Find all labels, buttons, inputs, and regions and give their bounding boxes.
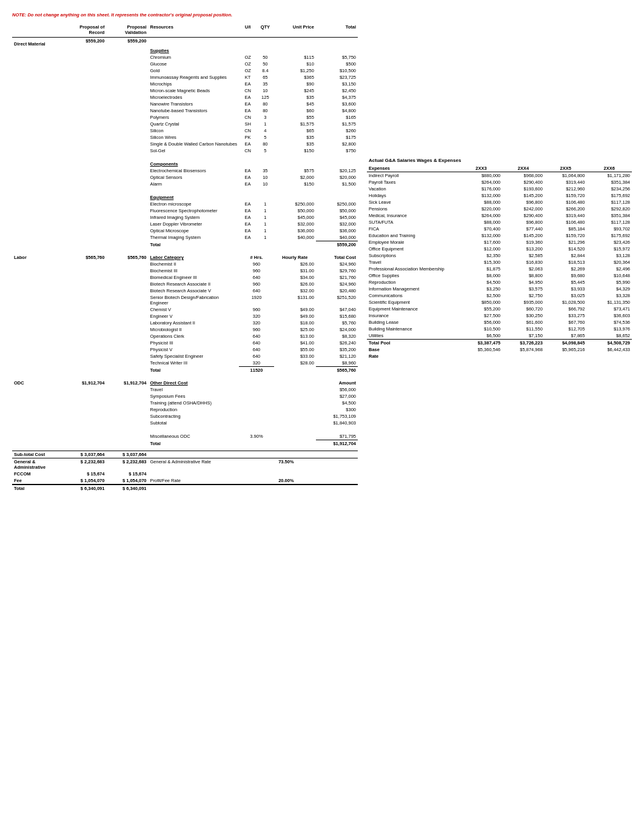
labor-validation: $565,760: [106, 254, 148, 261]
labor-total-label: Total: [149, 367, 240, 374]
fee-record: $ 1,054,070: [68, 477, 106, 485]
fcom-label: FCCOM: [12, 471, 68, 477]
ga-table-row: Office Supplies $8,000 $8,800 $9,680 $10…: [367, 272, 632, 279]
ga-table-row: Indirect Payroll $880,000 $968,000 $1,06…: [367, 172, 632, 179]
col-header-label: [12, 24, 68, 38]
ga-col-2xx5: 2XX5: [545, 165, 587, 172]
ga-table-row: SUTA/FUTA $88,000 $96,800 $106,480 $117,…: [367, 219, 632, 226]
ga-rate-value: 73.50%: [257, 458, 316, 471]
ga-table-row: Travel $15,300 $16,830 $18,513 $20,364: [367, 259, 632, 266]
col-header-resources: Resources: [149, 24, 240, 38]
ga-table-row: Scientific Equipment $850,000 $935,000 $…: [367, 299, 632, 306]
fee-rate-label: Profit/Fee Rate: [149, 477, 257, 485]
ga-rate-label: General & Administrative Rate: [149, 458, 257, 471]
total-final-record: $ 6,340,091: [68, 485, 106, 492]
dm-total-label: Total: [149, 241, 240, 249]
ga-label: General & Administrative: [12, 458, 68, 471]
direct-material-validation: $559,200: [106, 38, 148, 48]
ga-table-title: Actual G&A Salaries Wages & Expenses: [367, 157, 632, 165]
note-text: NOTE: Do not change anything on this she…: [12, 12, 632, 18]
total-final-validation: $ 6,340,091: [106, 485, 148, 492]
ga-table-row: Insurance $27,500 $30,250 $33,275 $36,60…: [367, 312, 632, 319]
labor-record: $565,760: [68, 254, 106, 261]
equipment-header: Equipment: [149, 194, 240, 201]
ga-table-row: Employee Morale $17,600 $19,360 $21,296 …: [367, 239, 632, 246]
odc-record: $1,912,704: [68, 380, 106, 386]
ga-table-row: Professional Association Membership $1,8…: [367, 266, 632, 272]
ga-table-row: Subscriptions $2,350 $2,585 $2,844 $3,12…: [367, 252, 632, 259]
ga-table-row: Education and Training $132,000 $145,200…: [367, 232, 632, 239]
ga-table-row: Reproduction $4,500 $4,950 $5,445 $5,990: [367, 279, 632, 286]
odc-validation: $1,912,704: [106, 380, 148, 386]
ga-table-row: Sick Leave $88,000 $96,800 $106,480 $117…: [367, 199, 632, 206]
ga-col-2xx3: 2XX3: [460, 165, 503, 172]
fee-validation: $ 1,054,070: [106, 477, 148, 485]
col-header-total: Total: [316, 24, 358, 38]
ga-table-row: Building Maintenance $10,500 $11,550 $12…: [367, 326, 632, 332]
ga-table-row: Pensions $220,000 $242,000 $266,200 $292…: [367, 206, 632, 212]
odc-label: ODC: [12, 380, 68, 386]
fee-rate-value: 20.00%: [257, 477, 316, 485]
ga-base-row: Base $5,360,546 $5,874,968 $5,965,216 $6…: [367, 346, 632, 353]
fee-label: Fee: [12, 477, 68, 485]
ga-table-row: Holidays $132,000 $145,200 $159,720 $175…: [367, 192, 632, 199]
fcom-record: $ 15,674: [68, 471, 106, 477]
fcom-validation: $ 15,674: [106, 471, 148, 477]
ga-table-row: Office Equipment $12,000 $13,200 $14,520…: [367, 246, 632, 252]
ga-rate-row: Rate: [367, 353, 632, 360]
ga-validation: $ 2,232,683: [106, 458, 148, 471]
odc-header: Other Direct Cost: [149, 380, 240, 386]
total-final-label: Total: [12, 485, 68, 492]
supply-ui-0: OZ: [239, 54, 257, 61]
ga-record: $ 2,232,683: [68, 458, 106, 471]
ga-table-row: Vacation $176,000 $193,600 $212,960 $234…: [367, 186, 632, 192]
ga-table-row: Communications $2,500 $2,750 $3,025 $3,3…: [367, 292, 632, 299]
col-header-proposal-record: Proposal of Record: [68, 24, 106, 38]
col-header-qty: QTY: [257, 24, 274, 38]
components-header: Components: [149, 161, 240, 167]
dm-total-value: $559,200: [316, 241, 358, 249]
ga-table-row: Payroll Taxes $264,000 $290,400 $319,440…: [367, 179, 632, 186]
supplies-header: Supplies: [149, 47, 240, 54]
subtotal-label: Sub-total Cost: [12, 451, 68, 458]
ga-table-row: Equipment Maintenance $55,200 $60,720 $6…: [367, 306, 632, 312]
ga-table-row: Information Management $3,250 $3,575 $3,…: [367, 286, 632, 292]
subtotal-record: $ 3,037,664: [68, 451, 106, 458]
direct-material-label: Direct Material: [12, 38, 68, 48]
ga-table-row: Medical, Insurance $264,000 $290,400 $31…: [367, 212, 632, 219]
supply-chromium: Chromium: [149, 54, 240, 61]
col-header-ui: U/I: [239, 24, 257, 38]
col-header-unit-price: Unit Price: [274, 24, 316, 38]
ga-col-2xx6: 2XX6: [586, 165, 632, 172]
ga-table-row: FICA $70,400 $77,440 $85,184 $93,702: [367, 226, 632, 232]
col-header-proposal-validation: Proposal Validation: [106, 24, 148, 38]
ga-col-expenses: Expenses: [367, 165, 460, 172]
ga-col-2xx4: 2XX4: [502, 165, 545, 172]
direct-material-record: $559,200: [68, 38, 106, 48]
labor-category-header: Labor Category: [149, 254, 240, 261]
ga-table-row: Utilities $6,500 $7,150 $7,865 $8,652: [367, 332, 632, 340]
labor-label: Labor: [12, 254, 68, 261]
ga-table-row: Building Lease $56,000 $61,600 $67,760 $…: [367, 319, 632, 326]
ga-total-pool-row: Total Pool $3,387,475 $3,726,223 $4,098,…: [367, 340, 632, 347]
subtotal-validation: $ 3,037,664: [106, 451, 148, 458]
